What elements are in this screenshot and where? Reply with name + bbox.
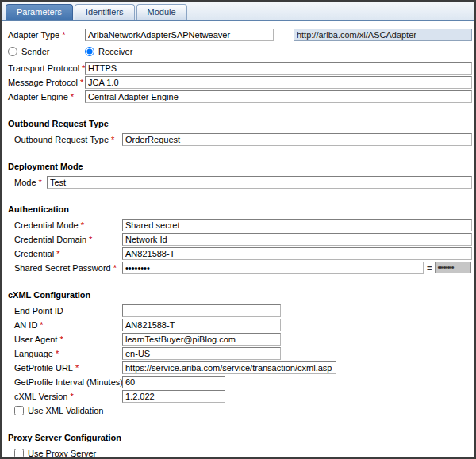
shared-secret-password-confirm-field: ••••••••: [435, 262, 471, 273]
required-marker: *: [75, 363, 79, 373]
required-marker: *: [56, 249, 60, 258]
user-agent-label: User Agent*: [14, 335, 122, 344]
message-protocol-row: Message Protocol*: [8, 75, 472, 89]
adapter-type-label: Adapter Type*: [8, 30, 85, 40]
deployment-mode-row: Mode*: [14, 175, 472, 189]
transport-protocol-label: Transport Protocol*: [8, 63, 85, 73]
tab-bar: Parameters Identifiers Module: [2, 2, 474, 21]
getprofile-url-row: GetProfile URL*: [14, 361, 472, 374]
use-proxy-server-checkbox[interactable]: [14, 449, 24, 458]
message-protocol-label: Message Protocol*: [8, 78, 85, 87]
adapter-type-input[interactable]: [85, 29, 274, 41]
use-xml-validation-checkbox[interactable]: [14, 406, 24, 415]
section-heading-outbound: Outbound Request Type: [8, 119, 472, 129]
use-xml-validation-row: Use XML Validation: [14, 404, 472, 417]
direction-row: Sender Receiver: [8, 44, 472, 58]
parameters-form: Adapter Type* http://ariba.com/xi/ASCAda…: [2, 21, 474, 459]
section-heading-deployment: Deployment Mode: [8, 162, 472, 172]
outbound-request-type-row: Outbound Request Type*: [14, 132, 472, 146]
cxml-version-row: cXML Version*: [14, 389, 472, 403]
credential-domain-label: Credential Domain*: [14, 235, 122, 244]
credential-domain-row: Credential Domain*: [14, 232, 472, 246]
required-marker: *: [40, 320, 43, 330]
user-agent-input[interactable]: [122, 333, 281, 346]
receiver-label: Receiver: [98, 47, 132, 56]
required-marker: *: [111, 135, 114, 144]
end-point-id-label: End Point ID: [14, 306, 122, 316]
cxml-version-label: cXML Version*: [14, 392, 122, 401]
section-heading-cxml: cXML Configuration: [8, 290, 472, 300]
adapter-engine-label: Adapter Engine*: [8, 92, 85, 101]
required-marker: *: [81, 220, 84, 230]
message-protocol-input[interactable]: [85, 76, 472, 89]
credential-mode-label: Credential Mode*: [14, 220, 122, 230]
end-point-id-input[interactable]: [122, 304, 281, 317]
deployment-mode-label: Mode*: [14, 178, 47, 187]
required-marker: *: [80, 78, 83, 87]
section-heading-authentication: Authentication: [8, 205, 472, 215]
shared-secret-password-row: Shared Secret Password* = ••••••••: [14, 261, 472, 274]
credential-row: Credential*: [14, 247, 472, 260]
getprofile-url-label: GetProfile URL*: [14, 363, 122, 373]
required-marker: *: [56, 349, 59, 358]
transport-protocol-input[interactable]: [85, 62, 472, 75]
user-agent-row: User Agent*: [14, 332, 472, 346]
section-heading-proxy: Proxy Server Configuration: [8, 433, 472, 443]
receiver-radio[interactable]: [85, 47, 94, 56]
sender-label: Sender: [21, 47, 49, 56]
sender-radio[interactable]: [8, 47, 17, 56]
cxml-version-input[interactable]: [122, 390, 225, 403]
outbound-request-type-label: Outbound Request Type*: [14, 135, 122, 144]
getprofile-interval-input[interactable]: [122, 376, 225, 388]
an-id-label: AN ID*: [14, 320, 122, 330]
required-marker: *: [70, 392, 73, 401]
required-marker: *: [113, 263, 117, 273]
language-row: Language*: [14, 346, 472, 360]
receiver-option: Receiver: [85, 47, 132, 56]
required-marker: *: [89, 235, 92, 244]
use-proxy-server-row: Use Proxy Server: [14, 446, 472, 459]
adapter-config-window: Parameters Identifiers Module Adapter Ty…: [0, 0, 476, 459]
adapter-namespace-field: http://ariba.com/xi/ASCAdapter: [294, 29, 472, 41]
adapter-type-row: Adapter Type* http://ariba.com/xi/ASCAda…: [8, 28, 472, 41]
required-marker: *: [71, 92, 74, 101]
tab-parameters[interactable]: Parameters: [6, 4, 73, 20]
equals-sign: =: [427, 263, 432, 273]
credential-label: Credential*: [14, 249, 122, 258]
end-point-id-row: End Point ID: [14, 304, 472, 317]
adapter-engine-input[interactable]: [85, 90, 472, 103]
an-id-row: AN ID*: [14, 318, 472, 331]
shared-secret-password-input[interactable]: [122, 262, 424, 274]
use-proxy-server-label: Use Proxy Server: [28, 449, 96, 458]
shared-secret-password-label: Shared Secret Password*: [14, 263, 122, 273]
an-id-input[interactable]: [122, 319, 281, 331]
credential-domain-input[interactable]: [122, 233, 472, 246]
credential-input[interactable]: [122, 247, 472, 260]
use-xml-validation-label: Use XML Validation: [28, 406, 103, 415]
required-marker: *: [39, 178, 42, 187]
required-marker: *: [60, 335, 63, 344]
getprofile-interval-label: GetProfile Interval (Minutes)*: [14, 377, 122, 387]
language-label: Language*: [14, 349, 122, 358]
credential-mode-input[interactable]: [122, 219, 472, 231]
deployment-mode-input[interactable]: [47, 176, 472, 189]
getprofile-url-input[interactable]: [122, 361, 336, 374]
sender-option: Sender: [8, 47, 85, 56]
transport-protocol-row: Transport Protocol*: [8, 61, 472, 75]
required-marker: *: [62, 30, 65, 40]
tab-module[interactable]: Module: [136, 4, 187, 20]
outbound-request-type-input[interactable]: [122, 133, 472, 146]
language-input[interactable]: [122, 347, 281, 360]
getprofile-interval-row: GetProfile Interval (Minutes)*: [14, 375, 472, 388]
adapter-engine-row: Adapter Engine*: [8, 90, 472, 103]
credential-mode-row: Credential Mode*: [14, 218, 472, 231]
tab-identifiers[interactable]: Identifiers: [75, 4, 135, 20]
